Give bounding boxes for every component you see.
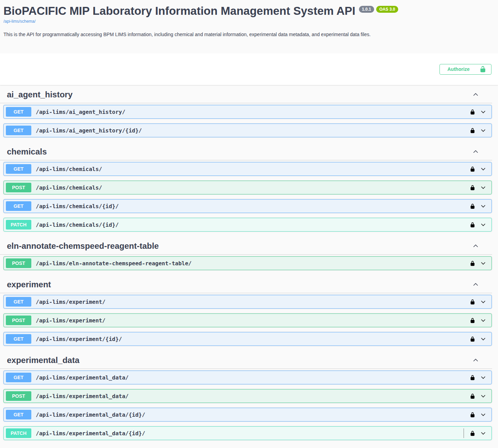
tag-section: ai_agent_history GET /api-lims/ai_agent_… bbox=[0, 85, 498, 137]
tag-section: experimental_data GET /api-lims/experime… bbox=[0, 351, 498, 440]
lock-closed-icon[interactable] bbox=[470, 336, 475, 342]
operation-row-controls bbox=[470, 335, 487, 342]
operations-list: ai_agent_history GET /api-lims/ai_agent_… bbox=[0, 85, 498, 440]
chevron-down-icon[interactable] bbox=[480, 184, 487, 191]
chevron-down-icon[interactable] bbox=[480, 221, 487, 228]
lock-closed-icon[interactable] bbox=[470, 393, 475, 399]
lock-closed-icon[interactable] bbox=[470, 184, 475, 191]
operation-path: /api-lims/experimental_data/{id}/ bbox=[36, 430, 464, 437]
tag-section-header[interactable]: experiment bbox=[0, 275, 492, 293]
text-caret bbox=[464, 428, 464, 438]
method-badge: POST bbox=[6, 183, 31, 192]
operation-row[interactable]: GET /api-lims/experimental_data/{id}/ bbox=[3, 408, 492, 422]
operation-path: /api-lims/experiment/ bbox=[36, 299, 470, 305]
method-badge: POST bbox=[6, 316, 31, 325]
chevron-down-icon[interactable] bbox=[480, 430, 487, 437]
version-badges: 1.0.1 OAS 3.0 bbox=[359, 6, 399, 13]
operation-row[interactable]: GET /api-lims/experiment/ bbox=[3, 295, 492, 309]
tag-section-header[interactable]: ai_agent_history bbox=[0, 85, 492, 103]
operation-row-controls bbox=[470, 317, 487, 324]
operation-path: /api-lims/chemicals/ bbox=[36, 166, 470, 172]
method-badge: GET bbox=[6, 164, 31, 174]
lock-closed-icon[interactable] bbox=[470, 374, 475, 381]
chevron-down-icon[interactable] bbox=[480, 108, 487, 115]
operation-path: /api-lims/experiment/{id}/ bbox=[36, 336, 470, 342]
lock-closed-icon[interactable] bbox=[470, 127, 475, 134]
operation-row-controls bbox=[470, 127, 487, 134]
operation-path: /api-lims/experiment/ bbox=[36, 317, 470, 324]
tag-section-header[interactable]: experimental_data bbox=[0, 351, 492, 369]
tag-section-label: ai_agent_history bbox=[7, 90, 73, 99]
operation-path: /api-lims/experimental_data/ bbox=[36, 374, 470, 381]
lock-closed-icon[interactable] bbox=[470, 166, 475, 172]
operation-row[interactable]: GET /api-lims/ai_agent_history/ bbox=[3, 105, 492, 119]
operation-row-controls bbox=[470, 184, 487, 191]
tag-section-operations: GET /api-lims/experimental_data/ POST /a… bbox=[0, 369, 498, 440]
method-badge: GET bbox=[6, 334, 31, 344]
operation-row-controls bbox=[470, 166, 487, 172]
chevron-down-icon[interactable] bbox=[480, 317, 487, 324]
lock-closed-icon[interactable] bbox=[470, 109, 475, 115]
chevron-up-icon bbox=[472, 281, 479, 288]
scheme-container: Authorize bbox=[0, 53, 498, 85]
operation-row-controls bbox=[464, 428, 487, 438]
version-badge: 1.0.1 bbox=[359, 6, 374, 13]
operation-path: /api-lims/ai_agent_history/ bbox=[36, 109, 470, 115]
chevron-down-icon[interactable] bbox=[480, 298, 487, 305]
chevron-down-icon[interactable] bbox=[480, 203, 487, 210]
authorize-button[interactable]: Authorize bbox=[439, 64, 491, 75]
tag-section-operations: GET /api-lims/ai_agent_history/ GET /api… bbox=[0, 103, 498, 137]
lock-closed-icon[interactable] bbox=[470, 430, 475, 437]
schema-link[interactable]: /api-lims/schema/ bbox=[3, 19, 35, 24]
operation-path: /api-lims/chemicals/{id}/ bbox=[36, 203, 470, 210]
operation-row[interactable]: GET /api-lims/experimental_data/ bbox=[3, 371, 492, 384]
tag-section-label: experiment bbox=[7, 280, 51, 289]
operation-row[interactable]: POST /api-lims/eln-annotate-chemspeed-re… bbox=[3, 256, 492, 270]
operation-path: /api-lims/experimental_data/{id}/ bbox=[36, 412, 470, 418]
operation-path: /api-lims/chemicals/ bbox=[36, 184, 470, 191]
operation-row[interactable]: GET /api-lims/chemicals/{id}/ bbox=[3, 199, 492, 213]
method-badge: GET bbox=[6, 201, 31, 211]
operation-row[interactable]: GET /api-lims/experiment/{id}/ bbox=[3, 332, 492, 346]
lock-closed-icon[interactable] bbox=[470, 222, 475, 228]
tag-section-header[interactable]: chemicals bbox=[0, 142, 492, 160]
method-badge: GET bbox=[6, 373, 31, 382]
chevron-down-icon[interactable] bbox=[480, 411, 487, 418]
chevron-down-icon[interactable] bbox=[480, 260, 487, 267]
operation-row[interactable]: PATCH /api-lims/experimental_data/{id}/ bbox=[3, 426, 492, 440]
lock-closed-icon[interactable] bbox=[470, 317, 475, 324]
operation-row-controls bbox=[470, 374, 487, 381]
operation-path: /api-lims/eln-annotate-chemspeed-reagent… bbox=[36, 260, 470, 267]
oas-badge: OAS 3.0 bbox=[376, 6, 398, 13]
operation-row-controls bbox=[470, 411, 487, 418]
page-title: BioPACIFIC MIP Laboratory Information Ma… bbox=[3, 4, 356, 18]
chevron-down-icon[interactable] bbox=[480, 393, 487, 399]
operation-row[interactable]: POST /api-lims/experiment/ bbox=[3, 313, 492, 327]
tag-section-operations: GET /api-lims/experiment/ POST /api-lims… bbox=[0, 293, 498, 346]
api-info-section: BioPACIFIC MIP Laboratory Information Ma… bbox=[0, 0, 498, 53]
operation-row-controls bbox=[470, 221, 487, 228]
operation-row[interactable]: POST /api-lims/chemicals/ bbox=[3, 181, 492, 194]
chevron-down-icon[interactable] bbox=[480, 374, 487, 381]
operation-row-controls bbox=[470, 298, 487, 305]
tag-section: eln-annotate-chemspeed-reagent-table POS… bbox=[0, 236, 498, 270]
lock-closed-icon[interactable] bbox=[470, 412, 475, 418]
lock-open-icon bbox=[479, 66, 486, 73]
lock-closed-icon[interactable] bbox=[470, 260, 475, 267]
operation-row[interactable]: GET /api-lims/ai_agent_history/{id}/ bbox=[3, 124, 492, 137]
operation-row[interactable]: PATCH /api-lims/chemicals/{id}/ bbox=[3, 218, 492, 232]
operation-row[interactable]: POST /api-lims/experimental_data/ bbox=[3, 389, 492, 403]
chevron-up-icon bbox=[472, 91, 479, 98]
authorize-button-label: Authorize bbox=[447, 66, 470, 72]
chevron-down-icon[interactable] bbox=[480, 127, 487, 134]
chevron-down-icon[interactable] bbox=[480, 335, 487, 342]
api-description: This is the API for programmatically acc… bbox=[3, 32, 495, 37]
operation-path: /api-lims/experimental_data/ bbox=[36, 393, 470, 399]
operation-row-controls bbox=[470, 203, 487, 210]
tag-section-header[interactable]: eln-annotate-chemspeed-reagent-table bbox=[0, 236, 492, 255]
operation-row-controls bbox=[470, 260, 487, 267]
operation-row[interactable]: GET /api-lims/chemicals/ bbox=[3, 162, 492, 176]
lock-closed-icon[interactable] bbox=[470, 299, 475, 305]
lock-closed-icon[interactable] bbox=[470, 203, 475, 210]
chevron-down-icon[interactable] bbox=[480, 166, 487, 172]
